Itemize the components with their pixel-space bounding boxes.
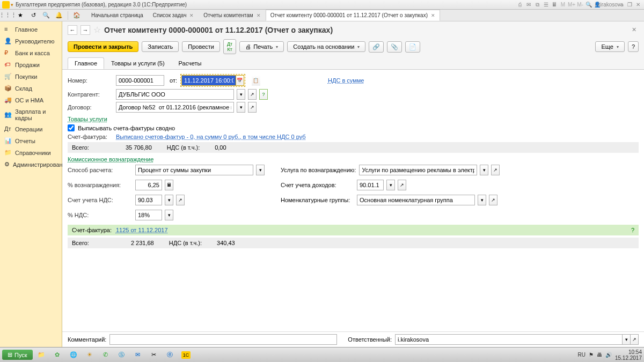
acct-nds-input[interactable]	[135, 195, 162, 205]
open-icon[interactable]: ↗	[398, 180, 406, 190]
percent-input[interactable]	[135, 180, 162, 190]
maximize-icon[interactable]: ❐	[626, 2, 633, 8]
sidebar-item-operations[interactable]: ДтОперации	[0, 123, 62, 135]
sidebar-item-salary[interactable]: 👥Зарплата и кадры	[0, 106, 62, 123]
help-icon[interactable]: ?	[631, 227, 634, 233]
search-icon[interactable]: 🔍	[41, 11, 52, 20]
start-button[interactable]: ⊞ Пуск	[2, 350, 33, 360]
dropdown-icon[interactable]: ▾	[165, 210, 173, 220]
attach-button[interactable]: 📎	[387, 41, 402, 53]
sf2-link[interactable]: 1125 от 11.12.2017	[116, 227, 168, 233]
tab-tasks[interactable]: Список задач✕	[148, 10, 199, 21]
sidebar-item-refs[interactable]: 📁Справочники	[0, 147, 62, 159]
taskbar-explorer-icon[interactable]: 📁	[34, 349, 49, 361]
tb-icon[interactable]: ✉	[525, 2, 532, 8]
lang-indicator[interactable]: RU	[577, 352, 585, 358]
dropdown-icon[interactable]: ▾	[256, 165, 265, 175]
favorite-icon[interactable]: ☆	[93, 25, 101, 35]
dropdown-icon[interactable]: ▾	[480, 165, 488, 175]
sidebar-item-reports[interactable]: 📊Отчеты	[0, 135, 62, 147]
help-button[interactable]: ?	[628, 41, 639, 52]
sidebar-item-sales[interactable]: 🏷Продажи	[0, 59, 62, 71]
apps-icon[interactable]: ⋮⋮⋮	[2, 11, 13, 20]
sidebar-item-purchases[interactable]: 🛒Покупки	[0, 71, 62, 83]
close-icon[interactable]: ✕	[634, 2, 642, 8]
taskbar-skype-icon[interactable]: Ⓢ	[114, 349, 129, 361]
post-button[interactable]: Провести	[182, 41, 220, 52]
sidebar-item-warehouse[interactable]: 📦Склад	[0, 83, 62, 94]
structure-button[interactable]: 🔗	[369, 41, 384, 53]
calendar-icon[interactable]: 📅	[236, 75, 244, 86]
subtab-calc[interactable]: Расчеты	[172, 57, 209, 69]
resp-input[interactable]	[395, 334, 623, 345]
history-icon[interactable]: ↺	[28, 11, 39, 20]
tb-icon[interactable]: ⧉	[533, 2, 541, 8]
more-button[interactable]: Еще▾	[595, 41, 624, 52]
sidebar-item-manager[interactable]: 👤Руководителю	[0, 35, 62, 47]
open-icon[interactable]: ↗	[489, 195, 497, 205]
taskbar-ie-icon[interactable]: ⓔ	[163, 349, 178, 361]
sf-text-link[interactable]: Выписано счетов-фактур - 0, на сумму 0 р…	[116, 134, 306, 140]
open-icon[interactable]: ↗	[491, 165, 500, 175]
subtab-goods[interactable]: Товары и услуги (5)	[104, 57, 172, 69]
calc-icon[interactable]: 🖩	[165, 180, 173, 190]
taskbar-1c-icon[interactable]: 1С	[179, 349, 194, 361]
tb-icon[interactable]: 🔍	[585, 2, 592, 8]
sidebar-item-bank[interactable]: ₽Банк и касса	[0, 47, 62, 59]
post-close-button[interactable]: Провести и закрыть	[68, 41, 138, 52]
dropdown-icon[interactable]: ▾	[478, 195, 486, 205]
taskbar-whatsapp-icon[interactable]: ✆	[98, 349, 113, 361]
taskbar-snip-icon[interactable]: ✂	[147, 349, 162, 361]
sf-summary-checkbox[interactable]	[68, 124, 75, 131]
income-acct-input[interactable]	[357, 180, 384, 190]
pct-nds-input[interactable]	[135, 210, 162, 220]
sidebar-item-main[interactable]: ≡Главное	[0, 24, 62, 35]
clock[interactable]: 10:54 15.12.2017	[615, 349, 642, 361]
close-icon[interactable]: ✕	[257, 13, 261, 18]
taskbar-outlook-icon[interactable]: ✉	[130, 349, 145, 361]
bell-icon[interactable]: 🔔	[54, 11, 64, 20]
dropdown-icon[interactable]: ▾	[237, 102, 245, 113]
close-icon[interactable]: ✕	[189, 13, 194, 18]
minimize-icon[interactable]: —	[617, 2, 625, 8]
open-icon[interactable]: ↗	[176, 195, 185, 205]
write-button[interactable]: Записать	[142, 41, 179, 52]
help-icon[interactable]: ?	[259, 89, 268, 100]
create-based-button[interactable]: Создать на основании▾	[287, 41, 365, 52]
sidebar-item-fixed-assets[interactable]: 🚚ОС и НМА	[0, 94, 62, 106]
nds-link[interactable]: НДС в сумме	[328, 77, 364, 84]
tb-icon[interactable]: 🖩	[551, 2, 558, 8]
service-input[interactable]	[359, 165, 477, 175]
tb-icon[interactable]: ☰	[542, 2, 550, 8]
close-icon[interactable]: ✕	[431, 13, 435, 18]
dropdown-icon[interactable]: ▾	[237, 89, 245, 100]
taskbar-icq-icon[interactable]: ✿	[50, 349, 65, 361]
close-doc-icon[interactable]: ✕	[629, 25, 639, 35]
calendar-extra-icon[interactable]: 📋	[252, 75, 260, 86]
calc-method-input[interactable]	[135, 165, 253, 175]
date-input[interactable]	[181, 75, 236, 86]
sidebar-item-admin[interactable]: ⚙Администрирование	[0, 159, 62, 171]
tb-icon[interactable]: M+	[568, 2, 575, 8]
home-icon[interactable]: 🏠	[71, 11, 82, 20]
tab-current-doc[interactable]: Отчет комитенту 0000-000001 от 11.12.201…	[266, 10, 440, 21]
tb-icon[interactable]: M	[559, 2, 567, 8]
back-button[interactable]: ←	[68, 25, 77, 35]
dropdown-icon[interactable]: ▾	[386, 180, 395, 190]
nomgroup-input[interactable]	[357, 195, 475, 205]
dropdown-icon[interactable]: ▾	[165, 195, 173, 205]
tray-icon[interactable]: 🖶	[597, 352, 602, 358]
subtab-main[interactable]: Главное	[68, 57, 104, 69]
contract-input[interactable]	[116, 102, 234, 113]
forward-button[interactable]: →	[80, 25, 90, 35]
tab-reports[interactable]: Отчеты комитентам✕	[199, 10, 265, 21]
movements-button[interactable]: ДтКт	[223, 39, 236, 54]
open-icon[interactable]: ↗	[630, 334, 639, 345]
number-input[interactable]	[116, 75, 164, 86]
tray-icon[interactable]: ⚑	[589, 352, 594, 358]
star-icon[interactable]: ★	[15, 11, 26, 20]
dropdown-icon[interactable]: ▾	[622, 334, 631, 345]
taskbar-sun-icon[interactable]: ☀	[82, 349, 97, 361]
open-icon[interactable]: ↗	[248, 102, 257, 113]
tb-icon[interactable]: M-	[576, 2, 584, 8]
